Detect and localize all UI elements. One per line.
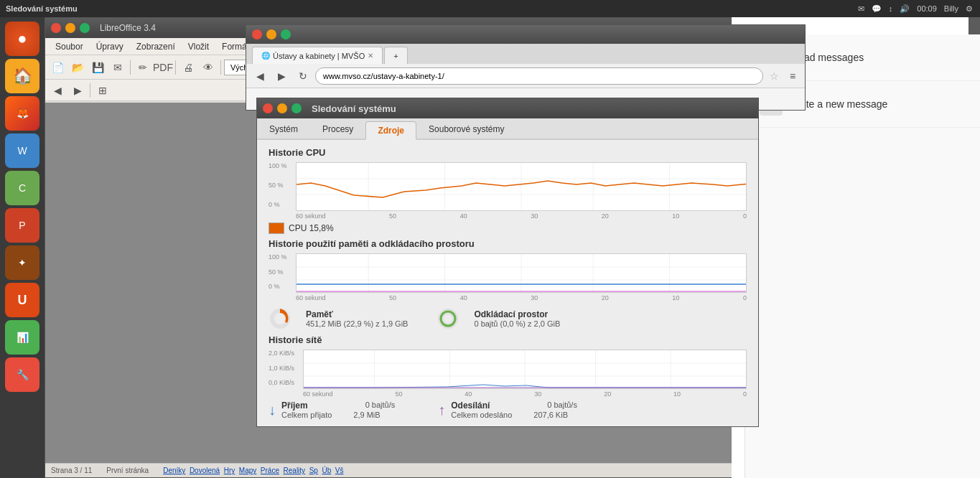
link-vs[interactable]: Vš	[335, 467, 344, 474]
link-prace[interactable]: Práce	[261, 467, 279, 474]
cpu-x-labels: 60 sekund 50 40 30 20 10 0	[296, 212, 747, 220]
browser-tab-label: Ústavy a kabinety | MVŠO	[273, 52, 365, 60]
mem-x-50: 50	[389, 294, 396, 301]
writer-maximize-btn[interactable]	[80, 23, 90, 33]
net-x-40: 40	[465, 390, 472, 398]
tb-new[interactable]: 📄	[48, 58, 67, 77]
mem-x-labels: 60 sekund 50 40 30 20 10 0	[296, 294, 747, 301]
network-icon[interactable]: ↕	[889, 4, 893, 13]
writer-close-btn[interactable]	[51, 23, 61, 33]
browser-maximize-btn[interactable]	[281, 29, 291, 39]
nav-reload-btn[interactable]: ↻	[294, 67, 312, 85]
cpu-y-labels: 100 % 50 % 0 %	[269, 162, 296, 211]
cpu-x-10: 10	[672, 212, 679, 220]
tb-edit[interactable]: ✏	[134, 58, 152, 77]
menu-upravy[interactable]: Úpravy	[90, 40, 129, 53]
sysmon-maximize-btn[interactable]	[291, 103, 302, 113]
sysmon-tabbar: Systém Procesy Zdroje Souborové systémy	[257, 118, 758, 140]
cpu-x-30: 30	[531, 212, 538, 220]
username: Billy	[944, 4, 958, 13]
tb-open[interactable]: 📂	[68, 58, 87, 77]
writer-title: LibreOffice 3.4	[100, 23, 156, 33]
menu-vlozit[interactable]: Vložit	[182, 40, 215, 53]
sysmon-minimize-btn[interactable]	[277, 103, 287, 113]
mem-y-labels: 100 % 50 % 0 %	[269, 253, 296, 293]
nav-forward-btn[interactable]: ▶	[272, 67, 291, 85]
svg-point-18	[444, 314, 452, 323]
net-recv-total-value: 2,9 MiB	[353, 411, 380, 419]
mem-chart	[296, 253, 747, 293]
sysmon-tab-processes[interactable]: Procesy	[310, 120, 365, 139]
dock-writer-icon[interactable]: W	[5, 133, 39, 168]
link-sp[interactable]: Sp	[309, 467, 318, 474]
net-y-1: 1,0 KiB/s	[269, 365, 303, 372]
net-x-10: 10	[673, 390, 681, 398]
tb-save[interactable]: 💾	[88, 58, 107, 77]
chat-icon[interactable]: 💬	[872, 4, 882, 14]
tb-sep1	[130, 60, 131, 75]
net-y-0: 0,0 KiB/s	[269, 379, 303, 386]
top-bar-right: ✉ 💬 ↕ 🔊 00:09 Billy ⚙	[858, 4, 980, 14]
browser-close-btn[interactable]	[252, 29, 262, 39]
cpu-section-title: Historie CPU	[269, 147, 747, 158]
browser-tab-active[interactable]: 🌐 Ústavy a kabinety | MVŠO ✕	[252, 47, 383, 64]
cpu-chart-svg	[297, 163, 746, 212]
dock-files-icon[interactable]: 🏠	[5, 59, 39, 93]
browser-tab-close[interactable]: ✕	[368, 52, 373, 60]
link-mapy[interactable]: Mapy	[239, 467, 256, 474]
mem-pie-icon	[269, 307, 291, 330]
tb-back[interactable]: ◀	[48, 81, 67, 100]
dock-tools-icon[interactable]: 🔧	[5, 357, 39, 392]
tb-print[interactable]: 🖨	[179, 58, 197, 77]
cpu-y-0: 0 %	[269, 201, 296, 208]
dock-calc-icon[interactable]: C	[5, 171, 39, 205]
link-dovolena[interactable]: Dovolená	[190, 467, 220, 474]
volume-icon[interactable]: 🔊	[900, 4, 910, 14]
sysmon-tab-filesystem[interactable]: Souborové systémy	[416, 120, 516, 139]
browser-minimize-btn[interactable]	[266, 29, 276, 39]
application-dock: ● 🏠 🦊 W C P ✦ U 📊 🔧	[0, 17, 45, 478]
net-sent-label: Odesílání	[451, 400, 490, 411]
dock-ubuntu-icon[interactable]: ●	[5, 22, 39, 56]
swap-label: Odkládací prostor	[474, 309, 560, 319]
writer-minimize-btn[interactable]	[65, 23, 75, 33]
sysmon-close-btn[interactable]	[263, 103, 273, 113]
mem-section-title: Historie použití paměti a odkládacího pr…	[269, 238, 747, 249]
link-deniky[interactable]: Deníky	[163, 467, 185, 474]
net-y-2: 2,0 KiB/s	[269, 350, 303, 357]
net-x-30: 30	[534, 390, 541, 398]
mem-x-10: 10	[672, 294, 679, 301]
net-recv-info: Příjem 0 bajtů/s Celkem přijato 2,9 MiB	[281, 400, 395, 419]
email-write-label: Write a new message	[791, 98, 887, 110]
sysmon-tab-system[interactable]: Systém	[257, 120, 310, 139]
nav-back-btn[interactable]: ◀	[251, 67, 269, 85]
url-bar[interactable]	[315, 67, 763, 85]
mem-legend-row: Paměť 451,2 MiB (22,9 %) z 1,9 GiB Odklá…	[269, 304, 747, 330]
mail-icon[interactable]: ✉	[858, 4, 864, 14]
link-hry[interactable]: Hry	[224, 467, 235, 474]
tb-pdf[interactable]: PDF	[154, 58, 172, 77]
menu-soubor[interactable]: Soubor	[50, 40, 89, 53]
dock-impress-icon[interactable]: P	[5, 208, 39, 243]
dock-ubuntu-one-icon[interactable]: U	[5, 283, 39, 317]
tb-preview[interactable]: 👁	[199, 58, 218, 77]
net-y-labels: 2,0 KiB/s 1,0 KiB/s 0,0 KiB/s	[269, 350, 303, 389]
link-ub[interactable]: Úb	[322, 467, 331, 474]
cpu-y-100: 100 %	[269, 162, 296, 169]
link-reality[interactable]: Reality	[284, 467, 306, 474]
mem-legend-item: Paměť 451,2 MiB (22,9 %) z 1,9 GiB	[269, 307, 408, 330]
dock-sysmon-icon[interactable]: 📊	[5, 320, 39, 355]
menu-zobrazeni[interactable]: Zobrazení	[131, 40, 181, 53]
settings-icon[interactable]: ⚙	[966, 4, 973, 14]
browser-menu-icon[interactable]: ≡	[785, 68, 801, 84]
tb-view[interactable]: ⊞	[93, 81, 112, 100]
tb-forward[interactable]: ▶	[68, 81, 87, 100]
browser-tab-new[interactable]: +	[384, 47, 407, 64]
dock-firefox-icon[interactable]: 🦊	[5, 96, 39, 131]
tb-email[interactable]: ✉	[108, 58, 127, 77]
sysmon-tab-resources[interactable]: Zdroje	[365, 121, 416, 140]
bookmark-star-icon[interactable]: ☆	[766, 68, 782, 84]
swap-value: 0 bajtů (0,0 %) z 2,0 GiB	[474, 319, 560, 328]
dock-misc-icon[interactable]: ✦	[5, 245, 39, 280]
clock: 00:09	[917, 4, 937, 13]
